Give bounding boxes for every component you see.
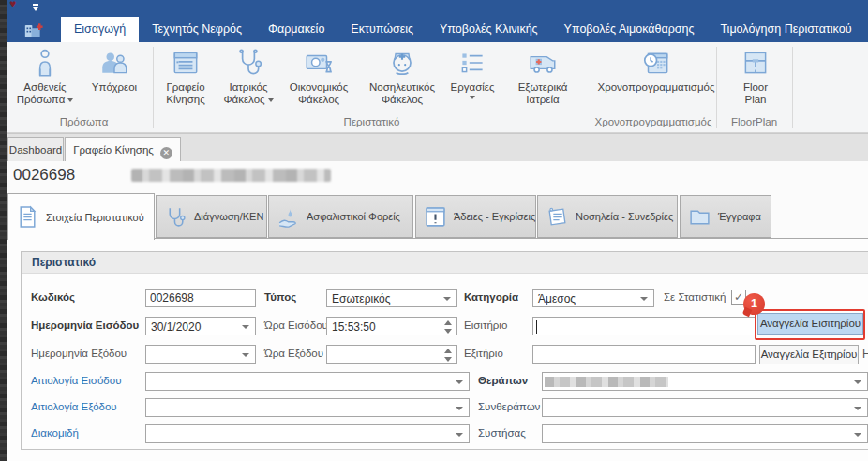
imerominia-eisodou-label: Ημερομηνία Εισόδου: [31, 320, 139, 331]
sub-tab-bar: Στοιχεία Περιστατικού Διάγνωση/ΚΕΝ Ασφαλ…: [7, 193, 868, 239]
document-tab-bar: Dashboard Γραφείο Κίνησης✕: [7, 133, 868, 161]
stethoscope-icon: [164, 205, 187, 229]
combo-arrow-icon: [854, 433, 861, 437]
floor-plan-icon: [740, 47, 771, 79]
therapon-value-redacted: [545, 377, 668, 387]
spinner-arrows-icon[interactable]: [443, 348, 453, 363]
ambulance-icon: [527, 47, 559, 79]
ora-eisodou-spinner[interactable]: 15:53:50: [326, 317, 457, 335]
groupbox-title: Περιστατικό: [32, 256, 96, 269]
eisitirio-label: Εισιτήριο: [464, 320, 507, 331]
ribbon-group-label-floorplan: FloorPlan: [716, 116, 792, 131]
ribbon-group-separator: [792, 47, 793, 128]
sub-tab-asfalistikoi-foreis[interactable]: Ασφαλιστικοί Φορείς: [268, 195, 413, 238]
patient-code: 0026698: [13, 166, 75, 185]
combo-arrow-icon: [456, 380, 463, 384]
diakomidi-combo[interactable]: [145, 424, 470, 443]
spinner-arrows-icon[interactable]: [443, 320, 453, 335]
folder-icon: [688, 205, 711, 229]
combo-arrow-icon: [443, 297, 451, 301]
katigoria-label: Κατηγορία: [464, 291, 518, 303]
patient-icon: [29, 47, 61, 79]
combo-arrow-icon: [242, 353, 249, 357]
sub-tab-adeies-egkriseis[interactable]: Άδειες - Εγκρίσεις: [415, 195, 536, 238]
ribbon-group-label-xrono: Χρονοπρογραμματισμός: [591, 116, 716, 131]
dropdown-caret-icon: [470, 96, 475, 99]
imerominia-exodou-label: Ημερομηνία Εξόδου: [31, 348, 127, 359]
app-heart-icon: ♥: [9, 0, 16, 10]
admissions-desk-icon: [170, 47, 202, 79]
ribbon-tab-texnitos-nefros[interactable]: Τεχνητός Νεφρός: [139, 17, 255, 42]
clipped-text: Η: [862, 348, 868, 361]
typos-combo[interactable]: Εσωτερικός: [326, 289, 457, 307]
syntherapon-combo[interactable]: [542, 398, 868, 417]
combo-arrow-icon: [456, 407, 463, 410]
typos-label: Τύπος: [264, 291, 296, 303]
alert-window-icon: [424, 205, 447, 229]
annotation-badge: 1: [743, 293, 765, 315]
close-tab-icon[interactable]: ✕: [160, 147, 172, 159]
ora-exodou-spinner[interactable]: [326, 345, 457, 364]
groupbox-header: Περιστατικό: [22, 252, 868, 274]
systisas-combo[interactable]: [542, 424, 868, 443]
dropdown-caret-icon: [268, 98, 274, 102]
aitiologia-eisodou-label: Αιτιολογία Εισόδου: [31, 375, 121, 386]
doc-tab-dashboard[interactable]: Dashboard: [7, 137, 64, 162]
combo-arrow-icon: [456, 433, 463, 437]
combo-arrow-icon: [640, 297, 648, 301]
nursing-file-icon: [386, 47, 418, 79]
syntherapon-label: Συνθεράπων: [478, 401, 540, 412]
imerominia-eisodou-combo[interactable]: 30/1/2020: [145, 317, 256, 335]
financial-file-icon: [303, 47, 335, 79]
exitirio-input[interactable]: [532, 345, 756, 364]
ora-exodou-label: Ώρα Εξόδου: [264, 348, 323, 359]
ribbon-tab-ypovoles-klinikis[interactable]: Υποβολές Κλινικής: [427, 17, 551, 42]
document-icon: [16, 205, 39, 229]
combo-arrow-icon: [854, 380, 861, 384]
imerominia-exodou-combo[interactable]: [145, 345, 256, 364]
ribbon-tab-bar: Εισαγωγή Τεχνητός Νεφρός Φαρμακείο Εκτυπ…: [7, 17, 868, 42]
guardians-icon: [98, 47, 130, 79]
sub-tab-diagnosi-ken[interactable]: Διάγνωση/ΚΕΝ: [156, 195, 267, 238]
therapon-combo[interactable]: [542, 372, 868, 391]
quick-access-caret-icon[interactable]: [32, 3, 39, 12]
therapon-label: Θεράπων: [478, 375, 528, 386]
notes-icon: [546, 205, 569, 229]
diakomidi-label: Διακομιδή: [31, 427, 79, 439]
ribbon-tab-ektyposeis[interactable]: Εκτυπώσεις: [337, 17, 427, 42]
ora-eisodou-label: Ώρα Εισόδου: [264, 320, 328, 331]
kodikos-label: Κωδικός: [31, 291, 75, 303]
patient-name-redacted: [131, 169, 331, 182]
sub-tab-nosileia-synedries[interactable]: Νοσηλεία - Συνεδρίες: [537, 195, 678, 238]
ribbon-tab-ypovoles-aimokatharsis[interactable]: Υποβολές Αιμοκάθαρσης: [551, 17, 708, 42]
scheduling-icon: [640, 47, 672, 79]
tasks-icon: [456, 47, 488, 79]
aitiologia-exodou-combo[interactable]: [145, 398, 470, 417]
application-menu-icon[interactable]: [22, 21, 46, 39]
medical-file-icon: [232, 47, 264, 79]
title-bar: ♥: [7, 0, 868, 17]
systisas-label: Συστήσας: [478, 427, 526, 439]
aitiologia-eisodou-combo[interactable]: [145, 372, 470, 391]
app-window: ♥ Εισαγωγή Τεχνητός Νεφρός Φαρμακείο Εκτ…: [7, 0, 868, 461]
doc-tab-grafeio-kinisis[interactable]: Γραφείο Κίνησης✕: [65, 137, 181, 162]
patient-header: 0026698: [7, 161, 868, 193]
ribbon-tab-farmakeio[interactable]: Φαρμακείο: [255, 17, 337, 42]
combo-arrow-icon: [242, 325, 249, 329]
ribbon-tab-eisagogi[interactable]: Εισαγωγή: [61, 17, 139, 42]
katigoria-combo[interactable]: Άμεσος: [532, 289, 654, 307]
exitirio-label: Εξιτήριο: [464, 348, 503, 359]
hand-care-icon: [277, 205, 300, 229]
aitiologia-exodou-label: Αιτιολογία Εξόδου: [31, 401, 117, 412]
annotation-highlight-rect: [755, 309, 865, 340]
ribbon-group-label-prosopa: Πρόσωπα: [15, 116, 153, 131]
ribbon-group-label-peristatiko: Περιστατικό: [153, 116, 591, 131]
eisitirio-input[interactable]: [532, 317, 756, 335]
sub-tab-stoixeia-peristatikou[interactable]: Στοιχεία Περιστατικού: [7, 193, 155, 240]
anaggelia-exitiriou-button[interactable]: Αναγγελία Εξιτηρίου: [759, 345, 859, 364]
sub-tab-eggrafa[interactable]: Έγγραφα: [680, 195, 771, 238]
text-cursor: [536, 320, 537, 334]
ribbon-tab-timologisi[interactable]: Τιμολόγηση Περιστατικού: [707, 17, 864, 42]
combo-arrow-icon: [854, 407, 861, 410]
kodikos-input[interactable]: [145, 289, 256, 307]
